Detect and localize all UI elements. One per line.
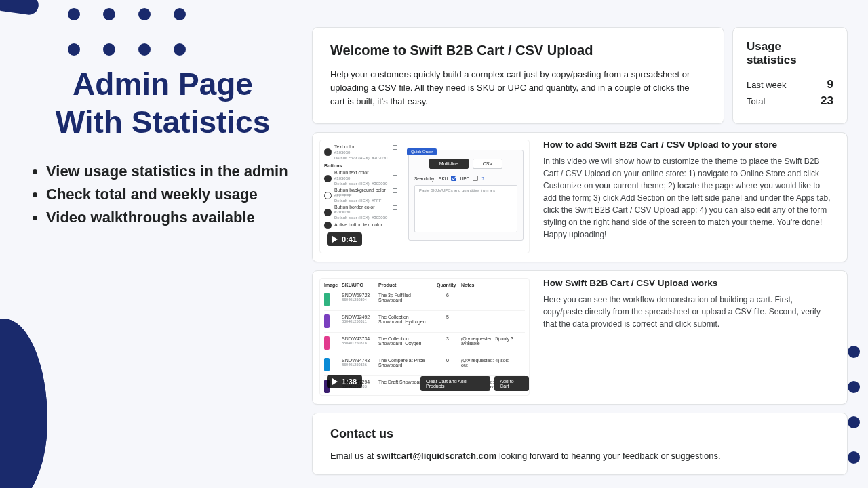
swatch-btn-text <box>324 175 332 182</box>
contact-tail: looking forward to hearing your feedback… <box>496 451 720 461</box>
quick-order-badge: Quick Order <box>407 148 437 155</box>
cell-sku: SNOW32492830401250311 <box>342 314 376 323</box>
paste-area: Paste SKUs/UPCs and quantities from a s <box>414 185 517 232</box>
instruction-text: In this video we will show how to custom… <box>543 155 832 241</box>
table-row: SNOW34743830401250326The Compare at Pric… <box>324 354 525 376</box>
product-thumb <box>324 293 330 306</box>
checkbox-upc <box>473 176 478 181</box>
play-icon <box>332 378 338 385</box>
instruction-title: How to add Swift B2B Cart / CSV Upload t… <box>543 140 832 150</box>
marketing-bullet: View usage statistics in the admin <box>46 160 298 183</box>
th-notes: Notes <box>461 283 514 287</box>
setting-label: Button text color <box>334 170 369 175</box>
cell-qty: 6 <box>437 293 458 298</box>
setting-sub: Default color (HEX): #303030 <box>334 216 387 220</box>
contact-card: Contact us Email us at swiftcart@liquids… <box>312 413 848 475</box>
copy-icon <box>393 171 397 176</box>
instruction-body: How Swift B2B Cart / CSV Upload works He… <box>543 278 832 396</box>
cell-product: The Collection Snowboard: Oxygen <box>378 336 434 346</box>
tab-csv: CSV <box>473 159 502 169</box>
marketing-bullets: View usage statistics in the admin Check… <box>27 160 298 229</box>
setting-label: Text color <box>334 144 355 149</box>
contact-title: Contact us <box>330 427 829 441</box>
decorative-dot-grid-tl <box>68 8 186 56</box>
instruction-body: How to add Swift B2B Cart / CSV Upload t… <box>543 140 832 253</box>
search-by-label: Search by: <box>414 176 435 181</box>
stat-value: 9 <box>827 78 833 92</box>
stat-label: Last week <box>747 80 787 90</box>
video-duration: 1:38 <box>342 378 357 386</box>
copy-icon <box>393 205 397 210</box>
welcome-title: Welcome to Swift B2B Cart / CSV Upload <box>330 43 706 58</box>
contact-email[interactable]: swiftcart@liquidscratch.com <box>376 451 496 461</box>
setting-label: Button background color <box>334 188 386 192</box>
product-thumb <box>324 358 330 371</box>
th-image: Image <box>324 283 339 287</box>
theme-settings-panel: Text color #303030 Default color (HEX): … <box>324 144 397 230</box>
decorative-blob-bl <box>0 319 47 488</box>
help-icon: ? <box>481 176 484 181</box>
table-row: SNOW32492830401250311The Collection Snow… <box>324 311 525 333</box>
stat-row-total: Total 23 <box>747 93 833 109</box>
sku-label: SKU <box>439 176 448 181</box>
play-icon <box>332 236 338 243</box>
video-duration: 0:41 <box>342 235 357 243</box>
video-thumbnail[interactable]: Image SKU/UPC Product Quantity Notes SNO… <box>319 278 530 396</box>
copy-icon <box>393 188 397 193</box>
contact-lead: Email us at <box>330 451 376 461</box>
cell-notes: (Qty requested: 5) only 3 available <box>461 336 514 346</box>
setting-sub: Default color (HEX): #303030 <box>334 182 387 186</box>
stats-title: Usage statistics <box>747 40 833 67</box>
clear-cart-button: Clear Cart and Add Products <box>420 376 490 391</box>
cell-qty: 5 <box>437 314 458 319</box>
instruction-title: How Swift B2B Cart / CSV Upload works <box>543 278 832 288</box>
marketing-column: Admin Page With Statistics View usage st… <box>27 65 298 230</box>
stat-value: 23 <box>821 94 833 108</box>
marketing-title: Admin Page With Statistics <box>27 65 298 141</box>
table-row: SNOW69723830401250304The 3p Fulfilled Sn… <box>324 289 525 311</box>
swatch-btn-bg <box>324 192 332 199</box>
copy-icon <box>393 145 397 150</box>
instruction-card-add-to-store: Text color #303030 Default color (HEX): … <box>312 132 848 262</box>
setting-value: #FFFFFF <box>334 193 351 197</box>
marketing-title-line2: With Statistics <box>56 104 271 140</box>
quick-order-preview: Quick Order Multi-line CSV Search by: SK… <box>408 150 524 241</box>
decorative-blob-tl <box>0 0 37 14</box>
marketing-title-line1: Admin Page <box>73 66 253 102</box>
checkbox-sku <box>451 176 456 181</box>
setting-value: #303030 <box>334 210 350 214</box>
stat-row-last-week: Last week 9 <box>747 77 833 93</box>
cell-notes: (Qty requested: 4) sold out <box>461 358 514 367</box>
setting-sub: Default color (HEX): #FFF <box>334 199 381 203</box>
video-thumbnail[interactable]: Text color #303030 Default color (HEX): … <box>319 140 530 253</box>
settings-section-title: Buttons <box>324 163 397 168</box>
product-thumb <box>324 336 330 350</box>
instruction-card-how-it-works: Image SKU/UPC Product Quantity Notes SNO… <box>312 270 848 405</box>
setting-label: Active button text color <box>334 222 382 228</box>
marketing-bullet: Check total and weekly usage <box>46 183 298 206</box>
cell-sku: SNOW69723830401250304 <box>342 293 376 302</box>
setting-label: Button border color <box>334 205 375 209</box>
swatch-btn-border <box>324 209 332 216</box>
swatch-text-color <box>324 148 332 156</box>
video-duration-badge: 0:41 <box>327 232 362 246</box>
tab-multiline: Multi-line <box>429 159 469 169</box>
th-product: Product <box>378 283 434 287</box>
marketing-bullet: Video walkthroughs available <box>46 206 298 229</box>
instruction-text: Here you can see the workflow demonstrat… <box>543 293 832 330</box>
cell-product: The Collection Snowboard: Hydrogen <box>378 314 434 324</box>
cell-qty: 3 <box>437 336 458 341</box>
welcome-body: Help your customers quickly build a comp… <box>330 68 706 108</box>
stat-label: Total <box>747 96 765 106</box>
contact-text: Email us at swiftcart@liquidscratch.com … <box>330 451 829 461</box>
video-duration-badge: 1:38 <box>327 375 362 388</box>
setting-value: #303030 <box>334 176 350 180</box>
cell-qty: 0 <box>437 358 458 363</box>
add-to-cart-button: Add to Cart <box>494 376 529 391</box>
usage-statistics-card: Usage statistics Last week 9 Total 23 <box>732 27 848 124</box>
setting-sub: Default color (HEX): #303030 <box>334 156 387 160</box>
admin-preview: Welcome to Swift B2B Cart / CSV Upload H… <box>312 27 848 475</box>
upc-label: UPC <box>460 176 469 181</box>
setting-value: #303030 <box>334 150 350 155</box>
th-sku: SKU/UPC <box>342 283 376 287</box>
